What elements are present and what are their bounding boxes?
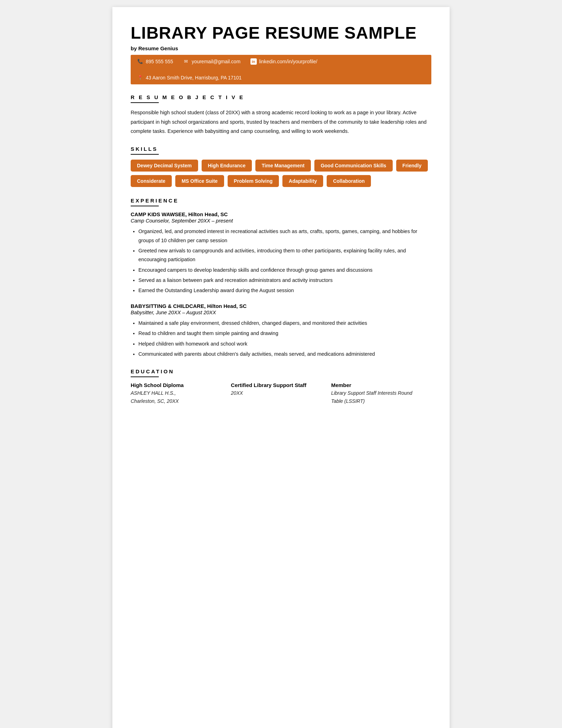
job-bullet-0-1: Greeted new arrivals to campgrounds and … bbox=[138, 246, 431, 264]
job-role-0: Camp Counselor, September 20XX – present bbox=[131, 218, 431, 224]
job-block-0: CAMP KIDS WAWSEE, Hilton Head, SCCamp Co… bbox=[131, 211, 431, 295]
linkedin-text: linkedin.com/in/yourprofile/ bbox=[259, 59, 318, 64]
objective-divider bbox=[131, 102, 159, 103]
skill-badge-1: High Endurance bbox=[202, 160, 252, 172]
skill-badge-5: Considerate bbox=[131, 175, 172, 187]
job-block-1: BABYSITTING & CHILDCARE, Hilton Head, SC… bbox=[131, 303, 431, 359]
skill-badge-0: Dewey Decimal System bbox=[131, 160, 198, 172]
job-bullet-1-1: Read to children and taught them simple … bbox=[138, 329, 431, 338]
email-icon: ✉ bbox=[183, 58, 189, 65]
contact-email: ✉ youremail@gmail.com bbox=[183, 58, 241, 65]
skill-badge-7: Problem Solving bbox=[228, 175, 279, 187]
skills-section-title: SKILLS bbox=[131, 146, 431, 152]
job-bullet-0-4: Earned the Outstanding Leadership award … bbox=[138, 286, 431, 295]
education-grid: High School DiplomaASHLEY HALL H.S., Cha… bbox=[131, 382, 431, 405]
job-bullet-0-0: Organized, led, and promoted interest in… bbox=[138, 227, 431, 245]
skills-divider bbox=[131, 154, 159, 155]
objective-section-header: R E S U M E O B J E C T I V E bbox=[131, 94, 431, 103]
edu-detail-0: ASHLEY HALL H.S., Charleston, SC, 20XX bbox=[131, 389, 224, 405]
contact-phone: 📞 895 555 555 bbox=[137, 58, 173, 65]
edu-degree-1: Certified Library Support Staff bbox=[231, 382, 324, 388]
linkedin-icon: in bbox=[250, 58, 257, 65]
objective-text: Responsible high school student (class o… bbox=[131, 108, 431, 136]
address-text: 43 Aaron Smith Drive, Harrisburg, PA 171… bbox=[146, 75, 242, 80]
skill-badge-6: MS Office Suite bbox=[175, 175, 224, 187]
skill-badge-3: Good Communication Skills bbox=[314, 160, 393, 172]
skill-badge-4: Friendly bbox=[396, 160, 428, 172]
job-bullet-0-3: Served as a liaison between park and rec… bbox=[138, 276, 431, 285]
education-section-title: EDUCATION bbox=[131, 368, 431, 374]
skill-badge-9: Collaboration bbox=[327, 175, 371, 187]
education-section-header: EDUCATION bbox=[131, 368, 431, 377]
job-bullet-1-0: Maintained a safe play environment, dres… bbox=[138, 319, 431, 328]
phone-icon: 📞 bbox=[137, 58, 143, 65]
skills-section-header: SKILLS bbox=[131, 146, 431, 155]
job-role-1: Babysitter, June 20XX – August 20XX bbox=[131, 310, 431, 315]
experience-section: EXPERIENCE CAMP KIDS WAWSEE, Hilton Head… bbox=[131, 198, 431, 359]
main-title: LIBRARY PAGE RESUME SAMPLE bbox=[131, 24, 431, 43]
edu-block-1: Certified Library Support Staff20XX bbox=[231, 382, 331, 405]
job-bullets-0: Organized, led, and promoted interest in… bbox=[131, 227, 431, 295]
job-company-0: CAMP KIDS WAWSEE, Hilton Head, SC bbox=[131, 211, 431, 217]
edu-degree-2: Member bbox=[331, 382, 424, 388]
contact-bar: 📞 895 555 555 ✉ youremail@gmail.com in l… bbox=[131, 55, 431, 84]
job-bullet-0-2: Encouraged campers to develop leadership… bbox=[138, 266, 431, 275]
job-bullet-1-2: Helped children with homework and school… bbox=[138, 340, 431, 348]
skill-badge-8: Adaptability bbox=[282, 175, 323, 187]
job-company-1: BABYSITTING & CHILDCARE, Hilton Head, SC bbox=[131, 303, 431, 309]
email-text: youremail@gmail.com bbox=[192, 59, 241, 64]
edu-degree-0: High School Diploma bbox=[131, 382, 224, 388]
edu-block-0: High School DiplomaASHLEY HALL H.S., Cha… bbox=[131, 382, 231, 405]
experience-divider bbox=[131, 206, 159, 206]
job-bullet-1-3: Communicated with parents about children… bbox=[138, 350, 431, 359]
edu-detail-2: Library Support Staff Interests Round Ta… bbox=[331, 389, 424, 405]
by-line: by Resume Genius bbox=[131, 45, 431, 51]
experience-section-header: EXPERIENCE bbox=[131, 198, 431, 206]
contact-linkedin: in linkedin.com/in/yourprofile/ bbox=[250, 58, 318, 65]
edu-detail-1: 20XX bbox=[231, 389, 324, 397]
resume-page: LIBRARY PAGE RESUME SAMPLE by Resume Gen… bbox=[112, 7, 450, 728]
skills-grid: Dewey Decimal SystemHigh EnduranceTime M… bbox=[131, 160, 431, 187]
jobs-container: CAMP KIDS WAWSEE, Hilton Head, SCCamp Co… bbox=[131, 211, 431, 359]
skills-section: SKILLS Dewey Decimal SystemHigh Enduranc… bbox=[131, 146, 431, 187]
location-icon: 📍 bbox=[137, 75, 143, 81]
job-bullets-1: Maintained a safe play environment, dres… bbox=[131, 319, 431, 359]
education-section: EDUCATION High School DiplomaASHLEY HALL… bbox=[131, 368, 431, 405]
skill-badge-2: Time Management bbox=[255, 160, 311, 172]
education-divider bbox=[131, 376, 159, 377]
objective-section-title: R E S U M E O B J E C T I V E bbox=[131, 94, 431, 100]
contact-address: 📍 43 Aaron Smith Drive, Harrisburg, PA 1… bbox=[137, 75, 242, 81]
experience-section-title: EXPERIENCE bbox=[131, 198, 431, 204]
edu-block-2: MemberLibrary Support Staff Interests Ro… bbox=[331, 382, 431, 405]
phone-text: 895 555 555 bbox=[146, 59, 173, 64]
